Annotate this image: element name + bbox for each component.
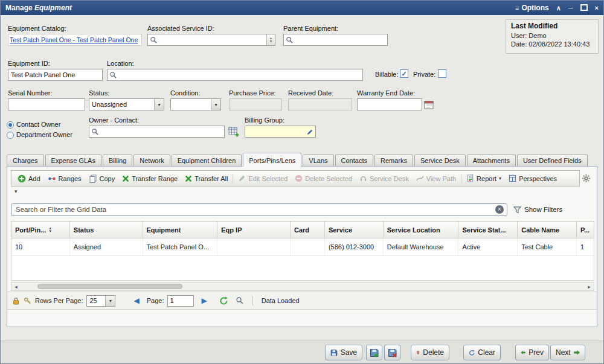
- last-modified-user: User: Demo: [511, 32, 593, 39]
- warranty-end-date-label: Warranty End Date:: [357, 89, 415, 97]
- edit-pencil-icon[interactable]: [307, 129, 313, 135]
- status-label: Status:: [89, 89, 109, 97]
- tab-charges[interactable]: Charges: [7, 155, 44, 167]
- tab-billing[interactable]: Billing: [103, 155, 132, 167]
- save-and-new-button[interactable]: [366, 345, 382, 360]
- grid-footer: Rows Per Page: 25 ▾ ◀ Page: ▶ Data Loade…: [7, 292, 597, 310]
- column-header-service-location[interactable]: Service Location: [384, 222, 459, 238]
- add-button[interactable]: Add: [14, 173, 44, 184]
- column-header-p[interactable]: P...: [577, 222, 594, 238]
- show-filters-toggle[interactable]: Show Filters: [513, 206, 562, 214]
- search-icon: [91, 128, 99, 136]
- delete-circle-icon: [295, 174, 303, 182]
- menu-icon: ≡: [515, 5, 519, 11]
- gear-icon: [582, 174, 591, 183]
- column-header-eqp-ip[interactable]: Eqp IP: [217, 222, 291, 238]
- owner-contact-input[interactable]: [99, 126, 224, 137]
- column-header-port-pin[interactable]: Port/Pin... ▲▼: [11, 222, 70, 238]
- grid-settings-button[interactable]: [582, 174, 591, 183]
- tab-remarks[interactable]: Remarks: [374, 155, 413, 167]
- tab-network[interactable]: Network: [133, 155, 170, 167]
- associated-service-id-field: ▴ ▾: [147, 34, 275, 46]
- next-page-button[interactable]: ▶: [201, 296, 207, 305]
- clear-search-button[interactable]: ×: [495, 205, 504, 214]
- column-header-equipment[interactable]: Equipment: [143, 222, 218, 238]
- trash-icon: [416, 348, 420, 357]
- tab-user-defined-fields[interactable]: User Defined Fields: [517, 155, 588, 167]
- tab-ports-pins-lens[interactable]: Ports/Pins/Lens: [243, 153, 301, 167]
- condition-select[interactable]: ▾: [170, 98, 221, 110]
- key-icon[interactable]: [24, 297, 31, 305]
- close-button[interactable]: ×: [595, 5, 599, 11]
- tab-equipment-children[interactable]: Equipment Children: [172, 155, 242, 167]
- service-desk-button: Service Desk: [356, 173, 413, 184]
- warranty-end-date-input[interactable]: [357, 98, 422, 110]
- previous-page-button[interactable]: ◀: [133, 296, 139, 305]
- collapse-button[interactable]: ∧: [556, 5, 561, 11]
- page-number-input[interactable]: [167, 295, 194, 307]
- save-button[interactable]: Save: [325, 345, 362, 360]
- add-contact-grid-icon[interactable]: [228, 126, 239, 137]
- copy-button[interactable]: Copy: [85, 173, 119, 184]
- transfer-range-button[interactable]: Transfer Range: [118, 174, 181, 184]
- owner-contact-label: Owner - Contact:: [89, 117, 139, 124]
- private-checkbox[interactable]: [438, 69, 446, 78]
- tab-vlans[interactable]: VLans: [303, 155, 333, 167]
- delete-button[interactable]: Delete: [411, 345, 449, 360]
- calendar-icon[interactable]: [424, 100, 434, 109]
- grid-search-input[interactable]: [14, 205, 495, 214]
- headset-icon: [359, 174, 367, 182]
- received-date-label: Received Date:: [288, 89, 333, 97]
- scroll-right-button[interactable]: ▸: [585, 284, 594, 290]
- lookup-icon[interactable]: [236, 296, 244, 305]
- transfer-all-button[interactable]: Transfer All: [181, 174, 231, 184]
- maximize-button[interactable]: [580, 4, 588, 12]
- column-header-status[interactable]: Status: [70, 222, 143, 238]
- save-and-close-button[interactable]: [384, 345, 400, 360]
- scroll-left-button[interactable]: ◂: [11, 284, 21, 290]
- billable-checkbox[interactable]: ✓: [400, 69, 408, 78]
- column-header-service-status[interactable]: Service Stat...: [458, 222, 518, 238]
- lock-icon[interactable]: [12, 297, 20, 305]
- chevron-down-icon: ▾: [105, 296, 115, 306]
- location-input[interactable]: [117, 69, 362, 80]
- cell-service-status: Active: [458, 238, 518, 255]
- department-owner-radio[interactable]: [7, 132, 14, 139]
- copy-icon: [89, 174, 97, 183]
- page-label: Page:: [147, 297, 164, 304]
- minimize-button[interactable]: ─: [568, 5, 573, 11]
- department-owner-label: Department Owner: [16, 131, 72, 138]
- scrollbar-thumb[interactable]: [37, 284, 182, 289]
- perspectives-button[interactable]: Perspectives: [505, 173, 561, 184]
- associated-service-id-input[interactable]: [158, 34, 266, 45]
- toolbar-overflow-button[interactable]: ▾: [14, 188, 18, 194]
- rows-per-page-select[interactable]: 25 ▾: [86, 295, 115, 307]
- tab-attachments[interactable]: Attachments: [467, 155, 516, 167]
- contact-owner-radio[interactable]: [7, 121, 14, 129]
- column-header-service[interactable]: Service: [325, 222, 384, 238]
- delete-selected-button: Delete Selected: [291, 173, 356, 184]
- column-header-card[interactable]: Card: [291, 222, 325, 238]
- column-header-cable-name[interactable]: Cable Name: [518, 222, 577, 238]
- status-select[interactable]: Unassigned ▾: [89, 98, 164, 110]
- clear-button[interactable]: Clear: [463, 345, 501, 360]
- cell-equipment: Test Patch Panel O...: [143, 238, 218, 255]
- parent-equipment-input[interactable]: [294, 34, 387, 45]
- refresh-button[interactable]: [219, 296, 228, 305]
- funnel-icon: [513, 206, 521, 214]
- tab-contacts[interactable]: Contacts: [335, 155, 373, 167]
- equipment-id-input[interactable]: [8, 69, 103, 81]
- prev-button[interactable]: Prev: [515, 345, 549, 360]
- table-row[interactable]: 10 Assigned Test Patch Panel O... (586) …: [11, 238, 594, 256]
- equipment-catalog-link[interactable]: Test Patch Panel One - Test Patch Panel …: [10, 36, 138, 43]
- next-button[interactable]: Next: [550, 345, 585, 360]
- tab-service-desk[interactable]: Service Desk: [414, 155, 466, 167]
- report-button[interactable]: Report ▾: [463, 173, 505, 184]
- tab-expense-glas[interactable]: Expense GLAs: [45, 155, 101, 167]
- billing-group-input[interactable]: [245, 126, 305, 137]
- options-button[interactable]: ≡ Options: [515, 4, 549, 12]
- serial-number-input[interactable]: [8, 98, 85, 110]
- service-id-spinner[interactable]: ▴ ▾: [266, 34, 275, 45]
- chevron-down-icon: ▾: [499, 176, 501, 181]
- ranges-button[interactable]: Ranges: [44, 173, 85, 184]
